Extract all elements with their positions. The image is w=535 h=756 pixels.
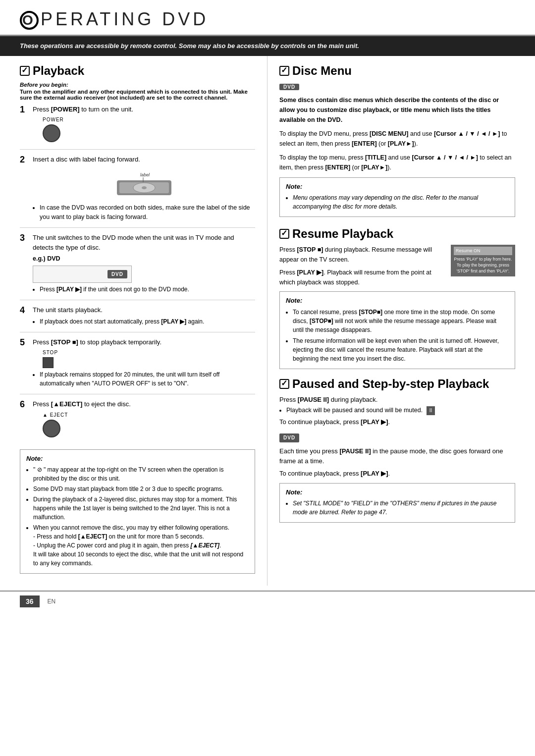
paused-para4: To continue playback, press [PLAY ▶]. xyxy=(279,469,515,479)
resume-para2: Press [PLAY ▶]. Playback will resume fro… xyxy=(279,268,445,287)
resume-note-1: To cancel resume, press [STOP■] one more… xyxy=(293,308,509,334)
intro-box: These operations are accessible by remot… xyxy=(0,36,535,56)
dvd-badge-step3: DVD xyxy=(107,270,127,278)
disc-menu-note-box: Note: Menu operations may vary depending… xyxy=(279,177,515,217)
svg-text:label: label xyxy=(140,172,150,177)
resume-text: Press [STOP ■] during playback. Resume m… xyxy=(279,245,445,287)
step-1-num: 1 xyxy=(20,105,29,145)
playback-note-box: Note: " ⊘ " may appear at the top-right … xyxy=(20,449,255,574)
step-5-main: Press [STOP ■] to stop playback temporar… xyxy=(33,337,255,347)
resume-screen-box: Resume ON Press 'PLAY' to play from here… xyxy=(451,245,515,276)
stop-button-image xyxy=(43,357,54,368)
page-title: OPERATING DVD xyxy=(20,9,515,30)
paused-continue: To continue playback, press [PLAY ▶]. xyxy=(279,417,515,428)
disc-svg: label xyxy=(114,166,174,201)
paused-section: Paused and Step-by-step Playback Press [… xyxy=(279,377,515,523)
step-2-main: Insert a disc with label facing forward. xyxy=(33,155,255,164)
step-6-main: Press [▲EJECT] to eject the disc. xyxy=(33,399,255,409)
step-1-main: Press [POWER] to turn on the unit. xyxy=(33,105,255,114)
resume-screen-title: Resume ON xyxy=(454,247,512,255)
playback-note-list: " ⊘ " may appear at the top-right on the… xyxy=(33,465,249,568)
step-3-eg: e.g.) DVD xyxy=(33,254,255,264)
playback-title: Playback xyxy=(20,64,255,78)
step-4-num: 4 xyxy=(20,305,29,327)
resume-note-box: Note: To cancel resume, press [STOP■] on… xyxy=(279,291,515,369)
step-5-content: Press [STOP ■] to stop playback temporar… xyxy=(33,337,255,389)
step-3-bullet: Press [PLAY ▶] if the unit does not go t… xyxy=(40,285,255,294)
power-button-wrap: POWER xyxy=(43,116,255,142)
power-label: POWER xyxy=(43,116,64,123)
step-1: 1 Press [POWER] to turn on the unit. POW… xyxy=(20,105,255,150)
paused-para1: Press [PAUSE II] during playback. xyxy=(279,395,515,405)
step-4-main: The unit starts playback. xyxy=(33,305,255,315)
disc-menu-para2: To display the top menu, press [TITLE] a… xyxy=(279,153,515,172)
step-2: 2 Insert a disc with label facing forwar… xyxy=(20,155,255,228)
paused-para3: Each time you press [PAUSE II] in the pa… xyxy=(279,446,515,467)
step-3-main: The unit switches to the DVD mode when t… xyxy=(33,233,255,252)
step-4-content: The unit starts playback. If playback do… xyxy=(33,305,255,327)
pause-ii-badge: II xyxy=(427,406,435,415)
disc-menu-title: Disc Menu xyxy=(279,64,515,78)
main-content: Playback Before you begin: Turn on the a… xyxy=(0,56,535,586)
resume-para1: Press [STOP ■] during playback. Resume m… xyxy=(279,245,445,265)
disc-menu-body: Some discs contain disc menus which desc… xyxy=(279,95,515,172)
right-column: Disc Menu DVD Some discs contain disc me… xyxy=(268,56,535,586)
stop-button-wrap: STOP xyxy=(43,349,255,368)
left-column: Playback Before you begin: Turn on the a… xyxy=(0,56,268,586)
power-button-image xyxy=(43,124,60,142)
paused-dvd-badge: DVD xyxy=(279,433,299,442)
resume-content: Press [STOP ■] during playback. Resume m… xyxy=(279,245,515,287)
eject-button-image xyxy=(43,420,60,437)
paused-note-box: Note: Set "STILL MODE" to "FIELD" in the… xyxy=(279,483,515,523)
paused-note-list: Set "STILL MODE" to "FIELD" in the "OTHE… xyxy=(293,499,509,517)
eject-button-wrap: ▲ EJECT xyxy=(43,411,255,437)
step-3-content: The unit switches to the DVD mode when t… xyxy=(33,233,255,295)
page-footer: 36 EN xyxy=(0,591,535,611)
disc-menu-section: Disc Menu DVD Some discs contain disc me… xyxy=(279,64,515,217)
disc-menu-para1: To display the DVD menu, press [DISC MEN… xyxy=(279,129,515,149)
intro-text: These operations are accessible by remot… xyxy=(20,42,359,50)
playback-note-4: When you cannot remove the disc, you may… xyxy=(33,523,249,568)
footer-lang: EN xyxy=(48,598,56,605)
paused-checkbox-icon xyxy=(279,379,289,389)
svg-point-3 xyxy=(142,186,147,189)
step-5-bullet: If playback remains stopped for 20 minut… xyxy=(40,370,255,388)
resume-screen-text: Press 'PLAY' to play from here. To play … xyxy=(454,257,512,274)
paused-bullet1: Playback will be paused and sound will b… xyxy=(286,405,515,415)
paused-note-1: Set "STILL MODE" to "FIELD" in the "OTHE… xyxy=(293,499,509,517)
resume-note-label: Note: xyxy=(286,296,509,306)
step-5-num: 5 xyxy=(20,337,29,389)
header: OPERATING DVD xyxy=(0,0,535,36)
resume-checkbox-icon xyxy=(279,229,289,239)
step-3-num: 3 xyxy=(20,233,29,295)
checkbox-icon xyxy=(20,66,30,76)
disc-menu-dvd-badge: DVD xyxy=(279,84,299,90)
paused-title: Paused and Step-by-step Playback xyxy=(279,377,515,391)
before-begin-text: Turn on the amplifier and any other equi… xyxy=(20,89,248,101)
playback-note-label: Note: xyxy=(26,454,249,464)
step-6-content: Press [▲EJECT] to eject the disc. ▲ EJEC… xyxy=(33,399,255,439)
playback-note-2: Some DVD may start playback from title 2… xyxy=(33,485,249,493)
resume-playback-section: Resume Playback Press [STOP ■] during pl… xyxy=(279,227,515,369)
before-begin: Before you begin: Turn on the amplifier … xyxy=(20,82,255,101)
step-2-num: 2 xyxy=(20,155,29,222)
step-4-bullet: If playback does not start automatically… xyxy=(40,317,255,326)
step-1-content: Press [POWER] to turn on the unit. POWER xyxy=(33,105,255,145)
playback-note-1: " ⊘ " may appear at the top-right on the… xyxy=(33,465,249,483)
before-begin-label: Before you begin: xyxy=(20,82,255,88)
disc-menu-intro: Some discs contain disc menus which desc… xyxy=(279,95,515,125)
paused-body: Press [PAUSE II] during playback. Playba… xyxy=(279,395,515,479)
disc-menu-note-list: Menu operations may vary depending on th… xyxy=(293,193,509,211)
disc-menu-checkbox-icon xyxy=(279,66,289,76)
page-number: 36 xyxy=(20,595,40,607)
page: OPERATING DVD These operations are acces… xyxy=(0,0,535,756)
eject-label: ▲ EJECT xyxy=(43,411,68,419)
o-letter: O xyxy=(20,11,39,30)
step-2-note: In case the DVD was recorded on both sid… xyxy=(33,203,255,222)
resume-screen: Resume ON Press 'PLAY' to play from here… xyxy=(451,245,515,287)
paused-note-label: Note: xyxy=(286,487,509,497)
disc-menu-note-label: Note: xyxy=(286,182,509,192)
dvd-indicator: DVD xyxy=(33,266,132,283)
playback-note-3: During the playback of a 2-layered disc,… xyxy=(33,495,249,522)
stop-label: STOP xyxy=(43,349,58,356)
